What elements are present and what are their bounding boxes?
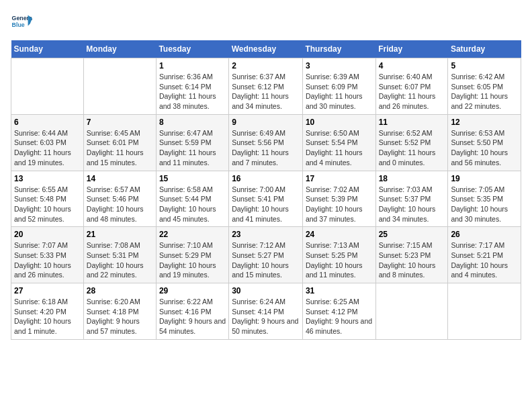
day-header-thursday: Thursday [302, 40, 375, 58]
calendar-cell: 11Sunrise: 6:52 AM Sunset: 5:52 PM Dayli… [375, 114, 448, 171]
day-number: 13 [14, 174, 81, 183]
day-number: 1 [159, 61, 226, 71]
calendar-cell [11, 58, 84, 115]
cell-info: Sunrise: 7:10 AM Sunset: 5:29 PM Dayligh… [159, 240, 226, 280]
cell-info: Sunrise: 6:37 AM Sunset: 6:12 PM Dayligh… [232, 72, 300, 111]
calendar-cell: 20Sunrise: 7:07 AM Sunset: 5:33 PM Dayli… [11, 227, 84, 283]
day-number: 18 [379, 174, 445, 183]
cell-info: Sunrise: 6:55 AM Sunset: 5:48 PM Dayligh… [14, 185, 81, 224]
calendar-cell: 21Sunrise: 7:08 AM Sunset: 5:31 PM Dayli… [83, 227, 156, 283]
calendar-cell: 16Sunrise: 7:00 AM Sunset: 5:41 PM Dayli… [229, 171, 303, 227]
day-number: 24 [306, 230, 373, 239]
calendar-cell: 17Sunrise: 7:02 AM Sunset: 5:39 PM Dayli… [302, 171, 375, 227]
calendar-cell: 8Sunrise: 6:47 AM Sunset: 5:59 PM Daylig… [156, 114, 228, 171]
calendar-cell: 28Sunrise: 6:20 AM Sunset: 4:18 PM Dayli… [83, 283, 156, 340]
day-number: 2 [232, 61, 300, 71]
cell-info: Sunrise: 6:53 AM Sunset: 5:50 PM Dayligh… [451, 128, 518, 168]
calendar-week-row: 6Sunrise: 6:44 AM Sunset: 6:03 PM Daylig… [11, 114, 521, 171]
calendar-cell: 12Sunrise: 6:53 AM Sunset: 5:50 PM Dayli… [448, 114, 521, 171]
calendar-cell [448, 283, 521, 340]
calendar-cell: 30Sunrise: 6:24 AM Sunset: 4:14 PM Dayli… [229, 283, 303, 340]
cell-info: Sunrise: 6:36 AM Sunset: 6:14 PM Dayligh… [159, 72, 226, 111]
day-header-sunday: Sunday [11, 40, 84, 58]
calendar-cell: 6Sunrise: 6:44 AM Sunset: 6:03 PM Daylig… [11, 114, 84, 171]
day-number: 30 [232, 286, 300, 295]
calendar-cell: 26Sunrise: 7:17 AM Sunset: 5:21 PM Dayli… [448, 227, 521, 283]
cell-info: Sunrise: 6:57 AM Sunset: 5:46 PM Dayligh… [87, 185, 153, 224]
cell-info: Sunrise: 6:44 AM Sunset: 6:03 PM Dayligh… [14, 128, 81, 168]
calendar-table: SundayMondayTuesdayWednesdayThursdayFrid… [11, 40, 521, 340]
day-number: 4 [379, 61, 445, 71]
calendar-cell: 19Sunrise: 7:05 AM Sunset: 5:35 PM Dayli… [448, 171, 521, 227]
cell-info: Sunrise: 6:22 AM Sunset: 4:16 PM Dayligh… [159, 297, 226, 336]
calendar-cell: 1Sunrise: 6:36 AM Sunset: 6:14 PM Daylig… [156, 58, 228, 115]
day-number: 15 [159, 174, 226, 183]
cell-info: Sunrise: 7:12 AM Sunset: 5:27 PM Dayligh… [232, 240, 300, 280]
cell-info: Sunrise: 6:47 AM Sunset: 5:59 PM Dayligh… [159, 128, 226, 168]
day-number: 29 [159, 286, 226, 295]
cell-info: Sunrise: 6:45 AM Sunset: 6:01 PM Dayligh… [87, 128, 153, 168]
cell-info: Sunrise: 7:08 AM Sunset: 5:31 PM Dayligh… [87, 240, 153, 280]
calendar-cell: 27Sunrise: 6:18 AM Sunset: 4:20 PM Dayli… [11, 283, 84, 340]
general-blue-logo-icon: General Blue [11, 11, 32, 32]
day-number: 3 [306, 61, 373, 71]
cell-info: Sunrise: 6:20 AM Sunset: 4:18 PM Dayligh… [87, 297, 153, 336]
cell-info: Sunrise: 7:00 AM Sunset: 5:41 PM Dayligh… [232, 185, 300, 224]
cell-info: Sunrise: 6:25 AM Sunset: 4:12 PM Dayligh… [306, 297, 373, 336]
day-header-saturday: Saturday [448, 40, 521, 58]
cell-info: Sunrise: 7:05 AM Sunset: 5:35 PM Dayligh… [451, 185, 518, 224]
calendar-cell: 14Sunrise: 6:57 AM Sunset: 5:46 PM Dayli… [83, 171, 156, 227]
calendar-cell: 10Sunrise: 6:50 AM Sunset: 5:54 PM Dayli… [302, 114, 375, 171]
day-number: 10 [306, 118, 373, 127]
calendar-cell: 23Sunrise: 7:12 AM Sunset: 5:27 PM Dayli… [229, 227, 303, 283]
day-number: 31 [306, 286, 373, 295]
cell-info: Sunrise: 6:42 AM Sunset: 6:05 PM Dayligh… [451, 72, 518, 111]
calendar-cell: 25Sunrise: 7:15 AM Sunset: 5:23 PM Dayli… [375, 227, 448, 283]
logo: General Blue [11, 11, 32, 32]
calendar-cell: 29Sunrise: 6:22 AM Sunset: 4:16 PM Dayli… [156, 283, 228, 340]
calendar-cell: 13Sunrise: 6:55 AM Sunset: 5:48 PM Dayli… [11, 171, 84, 227]
cell-info: Sunrise: 7:07 AM Sunset: 5:33 PM Dayligh… [14, 240, 81, 280]
day-number: 20 [14, 230, 81, 239]
cell-info: Sunrise: 6:24 AM Sunset: 4:14 PM Dayligh… [232, 297, 300, 336]
day-number: 25 [379, 230, 445, 239]
calendar-cell: 22Sunrise: 7:10 AM Sunset: 5:29 PM Dayli… [156, 227, 228, 283]
day-number: 28 [87, 286, 153, 295]
svg-text:Blue: Blue [12, 21, 25, 28]
calendar-cell: 31Sunrise: 6:25 AM Sunset: 4:12 PM Dayli… [302, 283, 375, 340]
day-number: 8 [159, 118, 226, 127]
calendar-cell: 5Sunrise: 6:42 AM Sunset: 6:05 PM Daylig… [448, 58, 521, 115]
calendar-cell: 18Sunrise: 7:03 AM Sunset: 5:37 PM Dayli… [375, 171, 448, 227]
day-number: 23 [232, 230, 300, 239]
calendar-week-row: 27Sunrise: 6:18 AM Sunset: 4:20 PM Dayli… [11, 283, 521, 340]
day-number: 26 [451, 230, 518, 239]
day-number: 7 [87, 118, 153, 127]
day-header-tuesday: Tuesday [156, 40, 228, 58]
calendar-cell: 15Sunrise: 6:58 AM Sunset: 5:44 PM Dayli… [156, 171, 228, 227]
calendar-cell: 3Sunrise: 6:39 AM Sunset: 6:09 PM Daylig… [302, 58, 375, 115]
calendar-cell [375, 283, 448, 340]
cell-info: Sunrise: 7:15 AM Sunset: 5:23 PM Dayligh… [379, 240, 445, 280]
cell-info: Sunrise: 6:49 AM Sunset: 5:56 PM Dayligh… [232, 128, 300, 168]
calendar-body: 1Sunrise: 6:36 AM Sunset: 6:14 PM Daylig… [11, 58, 521, 340]
cell-info: Sunrise: 6:52 AM Sunset: 5:52 PM Dayligh… [379, 128, 445, 168]
day-header-monday: Monday [83, 40, 156, 58]
cell-info: Sunrise: 7:13 AM Sunset: 5:25 PM Dayligh… [306, 240, 373, 280]
day-number: 22 [159, 230, 226, 239]
calendar-week-row: 1Sunrise: 6:36 AM Sunset: 6:14 PM Daylig… [11, 58, 521, 115]
day-header-friday: Friday [375, 40, 448, 58]
cell-info: Sunrise: 7:03 AM Sunset: 5:37 PM Dayligh… [379, 185, 445, 224]
calendar-header-row: SundayMondayTuesdayWednesdayThursdayFrid… [11, 40, 521, 58]
day-number: 14 [87, 174, 153, 183]
day-number: 11 [379, 118, 445, 127]
day-number: 17 [306, 174, 373, 183]
calendar-cell: 4Sunrise: 6:40 AM Sunset: 6:07 PM Daylig… [375, 58, 448, 115]
cell-info: Sunrise: 6:39 AM Sunset: 6:09 PM Dayligh… [306, 72, 373, 111]
day-number: 27 [14, 286, 81, 295]
day-number: 19 [451, 174, 518, 183]
cell-info: Sunrise: 6:40 AM Sunset: 6:07 PM Dayligh… [379, 72, 445, 111]
cell-info: Sunrise: 7:17 AM Sunset: 5:21 PM Dayligh… [451, 240, 518, 280]
page-header: General Blue [11, 11, 521, 32]
calendar-week-row: 20Sunrise: 7:07 AM Sunset: 5:33 PM Dayli… [11, 227, 521, 283]
cell-info: Sunrise: 6:58 AM Sunset: 5:44 PM Dayligh… [159, 185, 226, 224]
